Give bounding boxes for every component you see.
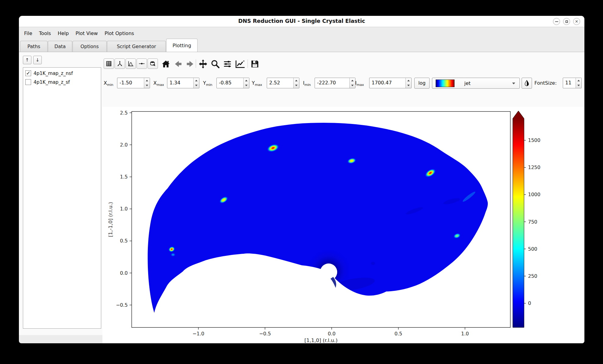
title-bar: DNS Reduction GUI - Single Crystal Elast… (19, 16, 584, 27)
menu-file[interactable]: File (21, 29, 36, 37)
workspace-reorder-buttons: ↑ ↓ (23, 56, 42, 64)
spin-down[interactable] (144, 83, 150, 88)
pan-button[interactable] (198, 58, 209, 69)
home-button[interactable] (160, 58, 171, 69)
save-button[interactable] (249, 58, 260, 69)
menu-help[interactable]: Help (54, 29, 72, 37)
minimize-icon (555, 21, 558, 22)
ymax-value[interactable]: 2.52 (267, 78, 293, 88)
invert-colormap-button[interactable] (522, 78, 532, 89)
spin-down[interactable] (244, 83, 249, 88)
menu-tools[interactable]: Tools (36, 29, 54, 37)
y-tick-label: 2.5 (120, 110, 128, 116)
y-axis-label: [1,-1,0] (r.l.u.) (108, 202, 113, 237)
spin-buttons[interactable] (243, 78, 249, 88)
workspace-list[interactable]: ✓ 4p1K_map_z_nsf 4p1K_map_z_sf (23, 67, 101, 329)
x-tick-label: −0.5 (259, 331, 271, 337)
xmin-value[interactable]: -1.50 (117, 78, 144, 88)
spin-up[interactable] (406, 78, 411, 83)
subplot-config-button[interactable] (222, 58, 233, 69)
fontsize-value[interactable]: 11 (563, 78, 576, 88)
xmax-spinbox[interactable]: 1.34 (167, 78, 199, 88)
tab-options[interactable]: Options (73, 41, 107, 52)
projection-button[interactable] (126, 58, 136, 69)
spin-buttons[interactable] (144, 78, 150, 88)
ymin-spinbox[interactable]: -0.85 (216, 78, 249, 88)
checkbox-checked[interactable]: ✓ (25, 70, 31, 76)
spin-buttons[interactable] (405, 78, 411, 88)
datalist-button[interactable] (148, 58, 158, 69)
spin-down[interactable] (194, 83, 199, 88)
linestyle-button[interactable] (137, 58, 147, 69)
back-arrow-icon (173, 59, 183, 69)
spin-buttons[interactable] (293, 78, 299, 88)
window-title: DNS Reduction GUI - Single Crystal Elast… (19, 18, 584, 24)
tab-plotting[interactable]: Plotting (166, 39, 198, 52)
spin-up[interactable] (350, 78, 355, 83)
spin-up[interactable] (194, 78, 199, 83)
toolbar-separator (248, 59, 248, 68)
ymax-spinbox[interactable]: 2.52 (267, 78, 299, 88)
grid-button[interactable] (104, 58, 114, 69)
close-icon: ✕ (575, 19, 578, 23)
spin-buttons[interactable] (193, 78, 199, 88)
spin-up[interactable] (144, 78, 150, 83)
zoom-button[interactable] (210, 58, 221, 69)
x-axis-label: [1,1,0] (r.l.u.) (304, 337, 337, 343)
close-button[interactable]: ✕ (573, 18, 580, 25)
minimize-button[interactable] (553, 18, 560, 25)
spin-up[interactable] (294, 78, 299, 83)
maximize-icon (566, 20, 568, 23)
colormap-swatch (436, 80, 455, 87)
imin-value[interactable]: -222.70 (315, 78, 349, 88)
magnifier-icon (210, 59, 220, 69)
tab-paths[interactable]: Paths (20, 41, 48, 52)
fontsize-spinbox[interactable]: 11 (563, 78, 582, 88)
spin-down[interactable] (350, 83, 355, 88)
imax-value[interactable]: 1700.47 (369, 78, 405, 88)
colorbar-tick-label: 1500 (528, 137, 541, 143)
back-button[interactable] (173, 58, 184, 69)
forward-button[interactable] (185, 58, 196, 69)
tri-axis-icon (116, 60, 123, 67)
xmax-value[interactable]: 1.34 (167, 78, 193, 88)
list-item[interactable]: 4p1K_map_z_sf (24, 78, 100, 87)
move-down-button[interactable]: ↓ (33, 56, 42, 64)
imax-spinbox[interactable]: 1700.47 (369, 78, 412, 88)
checkbox-unchecked[interactable] (25, 79, 31, 85)
window-controls: ✕ (553, 18, 580, 25)
y-tick-label: 1.0 (120, 206, 128, 212)
list-item[interactable]: ✓ 4p1K_map_z_nsf (24, 69, 100, 78)
toolbar-separator (196, 59, 196, 68)
spin-up[interactable] (244, 78, 249, 83)
x-tick-label: 0.5 (394, 331, 402, 337)
x-tick-label: 0.0 (328, 331, 335, 337)
forward-arrow-icon (186, 59, 195, 69)
maximize-button[interactable] (563, 18, 570, 25)
crystal-axes-button[interactable] (115, 58, 125, 69)
line-dot-icon (138, 60, 145, 67)
menu-plot-view[interactable]: Plot View (72, 29, 101, 37)
spin-down[interactable] (294, 83, 299, 88)
bragg-peak-spot (171, 253, 176, 256)
plot-canvas[interactable]: −1.0−0.50.00.51.02.52.01.51.00.50.0−0.5[… (102, 107, 584, 343)
home-icon (161, 59, 170, 69)
ymax-label: Ymax (252, 80, 262, 87)
spin-buttons[interactable] (576, 78, 581, 88)
spin-down[interactable] (576, 83, 581, 88)
tab-data[interactable]: Data (48, 41, 72, 52)
imin-spinbox[interactable]: -222.70 (315, 78, 355, 88)
menu-plot-options[interactable]: Plot Options (101, 29, 137, 37)
figure-options-button[interactable] (234, 58, 246, 69)
colormap-dropdown[interactable]: jet (432, 78, 520, 89)
line-chart-icon (234, 59, 245, 69)
log-button[interactable]: log (414, 78, 430, 89)
spin-buttons[interactable] (349, 78, 355, 88)
colorbar-tick-label: 1250 (528, 164, 541, 170)
spin-down[interactable] (406, 83, 411, 88)
tab-script-generator[interactable]: Script Generator (107, 41, 166, 52)
ymin-value[interactable]: -0.85 (217, 78, 243, 88)
move-up-button[interactable]: ↑ (23, 56, 31, 64)
spin-up[interactable] (576, 78, 581, 83)
xmin-spinbox[interactable]: -1.50 (117, 78, 150, 88)
